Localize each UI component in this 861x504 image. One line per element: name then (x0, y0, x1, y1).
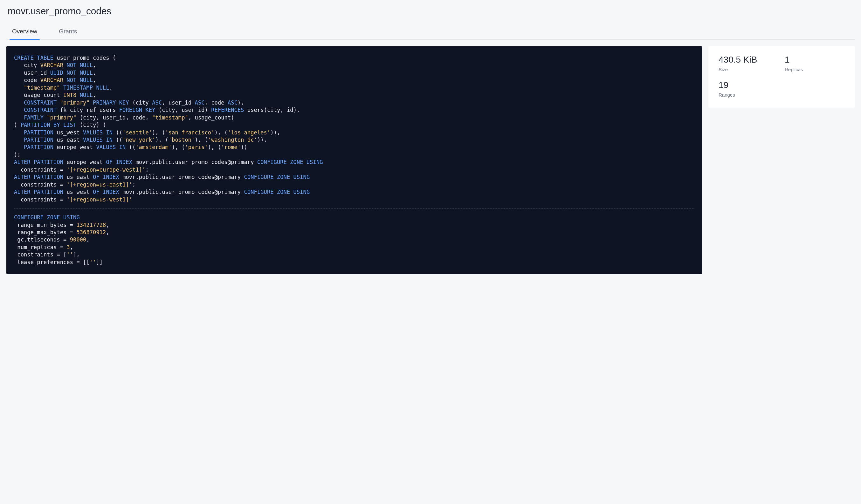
sql-token-punct: ], (73, 251, 80, 258)
sql-token-str: 'seattle' (122, 129, 152, 136)
sql-token-kw: USING (293, 174, 310, 180)
sql-card: CREATE TABLE user_promo_codes ( city VAR… (6, 46, 702, 274)
sql-token-kw: ASC (228, 99, 237, 106)
sql-token-id: code (132, 114, 145, 121)
stat-value: 1 (785, 55, 845, 65)
sql-token-id: usage_count (195, 114, 231, 121)
sql-token-str: 'amsterdam' (135, 144, 172, 150)
sql-token-punct: [[ (83, 259, 90, 265)
sql-token-kw: ALTER (14, 174, 30, 180)
sql-token-punct: ) (293, 107, 297, 113)
sql-token-punct: , (146, 114, 149, 121)
sql-token-punct: ( (224, 129, 228, 136)
sql-token-kw: ALTER (14, 159, 30, 165)
sql-token-kw: ASC (152, 99, 162, 106)
sql-token-punct: = (60, 181, 63, 188)
sql-token-id: user_id (168, 99, 191, 106)
sql-token-punct: ( (218, 144, 221, 150)
sql-token-punct: , (297, 107, 300, 113)
sql-token-punct: , (106, 229, 109, 236)
stat-value: 430.5 KiB (719, 55, 778, 65)
sql-token-kw: NULL (96, 85, 109, 91)
sql-token-punct: , (280, 107, 283, 113)
sql-token-id: user_id (103, 114, 126, 121)
sql-token-kw: PARTITION (24, 129, 53, 136)
sql-token-punct: ) (237, 99, 241, 106)
sql-token-kw: INDEX (103, 174, 119, 180)
sql-token-punct: ( (159, 107, 162, 113)
sql-token-kw: IN (106, 129, 112, 136)
sql-token-str: VARCHAR (40, 77, 63, 83)
sql-token-punct: , (241, 99, 244, 106)
sql-token-kw: CONFIGURE (244, 174, 274, 180)
sql-token-id: lease_preferences (17, 259, 73, 265)
sql-token-punct: ( (132, 99, 135, 106)
sql-token-punct: , (96, 114, 99, 121)
sql-token-id: user_promo_codes (57, 55, 109, 61)
sql-token-kw: PARTITION (24, 137, 53, 143)
sql-token-kw: KEY (145, 107, 155, 113)
sql-token-punct: ; (132, 181, 135, 188)
sql-token-id: fk_city_ref_users (60, 107, 116, 113)
sql-token-str: VARCHAR (40, 62, 63, 68)
sql-token-punct: = (57, 251, 60, 258)
sql-token-punct: ), (152, 129, 159, 136)
sql-token-kw: VALUES (83, 137, 103, 143)
sql-token-kw: ASC (195, 99, 205, 106)
tab-overview[interactable]: Overview (12, 28, 37, 39)
sql-token-kw: NOT (66, 62, 76, 68)
sql-token-id: code (211, 99, 224, 106)
sql-token-punct: ), (195, 137, 202, 143)
sql-token-punct: , (188, 114, 191, 121)
sql-token-kw: IN (119, 144, 126, 150)
sql-token-punct: , (86, 236, 89, 243)
sql-token-lit: 134217728 (76, 222, 106, 228)
sql-token-kw: TIMESTAMP (63, 85, 93, 91)
tab-grants[interactable]: Grants (59, 28, 77, 39)
sql-token-punct: )) (241, 144, 247, 150)
sql-token-punct: , (93, 70, 96, 76)
stat-label: Size (719, 67, 778, 72)
sql-token-id: city (267, 107, 280, 113)
sql-token-id: code (24, 77, 37, 83)
sql-token-str: 'washington dc' (208, 137, 257, 143)
stat-ranges: 19 Ranges (719, 80, 778, 98)
sql-token-kw: IN (106, 137, 112, 143)
tab-label: Grants (59, 28, 77, 34)
sql-token-id: range_min_bytes (17, 222, 66, 228)
sql-token-kw: FAMILY (24, 114, 43, 121)
sql-token-kw: INDEX (103, 189, 119, 195)
sql-token-punct: , (126, 114, 129, 121)
sql-token-punct: ( (264, 107, 267, 113)
sql-token-id: constraints (17, 251, 53, 258)
sql-token-kw: ZONE (47, 214, 60, 221)
sql-token-kw: PARTITION (34, 159, 63, 165)
sql-token-kw: NULL (80, 92, 93, 98)
sql-token-id: europe_west (66, 159, 103, 165)
sql-token-id: num_replicas (17, 244, 57, 250)
sql-token-id: movr.public.user_promo_codes@primary (122, 174, 241, 180)
sql-token-str: '' (66, 251, 73, 258)
sql-token-kw: PRIMARY (93, 99, 116, 106)
sql-token-id: movr.public.user_promo_codes@primary (122, 189, 241, 195)
sql-token-punct: ( (112, 55, 116, 61)
sql-token-punct: , (205, 99, 208, 106)
sql-token-kw: FOREIGN (119, 107, 142, 113)
stat-label: Replicas (785, 67, 845, 72)
sql-token-kw: CONSTRAINT (24, 99, 57, 106)
sql-token-id: us_east (57, 137, 80, 143)
sql-token-id: constraints (20, 181, 57, 188)
sql-token-kw: ALTER (14, 189, 30, 195)
sql-token-punct: , (70, 244, 73, 250)
sql-token-str: 'paris' (185, 144, 208, 150)
sql-token-id: user_id (181, 107, 204, 113)
sql-token-id: city (24, 62, 37, 68)
sql-token-str: 'new york' (122, 137, 155, 143)
sql-token-punct: ( (205, 137, 208, 143)
sql-token-id: us_east (66, 174, 89, 180)
sql-token-kw: REFERENCES (211, 107, 244, 113)
sql-token-id: range_max_bytes (17, 229, 66, 236)
sql-token-punct: = (70, 222, 73, 228)
stat-size: 430.5 KiB Size (719, 55, 778, 72)
sql-token-kw: INDEX (116, 159, 132, 165)
